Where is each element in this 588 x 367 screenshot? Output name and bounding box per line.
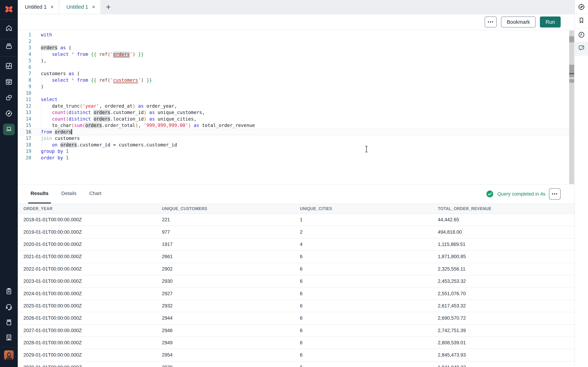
sidebar-item-user[interactable] xyxy=(3,350,15,361)
table-cell: 2949 xyxy=(162,340,300,346)
line-number: 9 xyxy=(18,84,31,89)
check-circle-icon xyxy=(486,190,494,198)
code-text: orders as ( xyxy=(41,45,71,50)
table-row[interactable]: 2027-01-01T00:00:00.000Z294662,742,751.3… xyxy=(18,325,574,337)
code-line-12[interactable]: 12 date_trunc('year', ordered_at) as ord… xyxy=(18,103,574,109)
hex-logo[interactable] xyxy=(4,4,14,14)
ai-chat-icon xyxy=(578,44,585,53)
code-line-3[interactable]: 3orders as ( xyxy=(18,44,574,51)
sidebar-item-docs[interactable] xyxy=(3,317,15,328)
table-row[interactable]: 2023-01-01T00:00:00.000Z293062,453,253.3… xyxy=(18,275,574,288)
headset-icon xyxy=(5,303,13,312)
table-row[interactable]: 2019-01-01T00:00:00.000Z9772494,818.00 xyxy=(18,226,574,238)
bookmark-icon xyxy=(578,17,585,25)
code-line-7[interactable]: 7customers as ( xyxy=(18,70,574,77)
sidebar-item-workspace[interactable] xyxy=(3,124,15,135)
code-line-2[interactable]: 2 xyxy=(18,38,574,45)
sidebar-item-ai-assistant[interactable] xyxy=(575,42,588,55)
query-status-text: Query completed in 4s xyxy=(497,191,545,197)
code-line-15[interactable]: 15 to_char(sum(orders.order_total), '999… xyxy=(18,122,574,129)
results-tab-chart[interactable]: Chart xyxy=(87,184,104,204)
code-line-13[interactable]: 13 count(distinct orders.customer_id) as… xyxy=(18,109,574,116)
code-line-4[interactable]: 4 select * from {{ ref('orders') }} xyxy=(18,51,574,58)
table-row[interactable]: 2018-01-01T00:00:00.000Z221144,442.65 xyxy=(18,214,574,226)
code-line-16[interactable]: 16from orders xyxy=(18,129,574,135)
code-line-19[interactable]: 19group by 1 xyxy=(18,148,574,155)
run-button[interactable]: Run xyxy=(540,17,561,27)
code-line-5[interactable]: 5), xyxy=(18,58,574,64)
bookmark-button[interactable]: Bookmark xyxy=(501,17,536,27)
column-header[interactable]: UNIQUE_CITIES xyxy=(300,206,438,211)
new-tab-button[interactable]: + xyxy=(101,0,116,14)
code-line-9[interactable]: 9) xyxy=(18,83,574,90)
app-window: Untitled 1 × Untitled 1 × + ••• Bookmark… xyxy=(0,0,588,367)
table-row[interactable]: 2026-01-01T00:00:00.000Z294462,690,570.7… xyxy=(18,312,574,325)
table-cell: 2,690,570.72 xyxy=(438,315,574,321)
home-icon xyxy=(5,24,13,33)
table-cell: 1917 xyxy=(162,242,300,247)
column-header[interactable]: UNIQUE_CUSTOMERS xyxy=(162,206,300,211)
table-row[interactable]: 2022-01-01T00:00:00.000Z290262,325,556.1… xyxy=(18,263,574,275)
table-cell: 221 xyxy=(162,217,300,223)
table-cell: 2018-01-01T00:00:00.000Z xyxy=(23,217,162,223)
sidebar-item-clipboard[interactable] xyxy=(3,286,15,298)
table-cell: 494,818.00 xyxy=(438,229,574,235)
sidebar-item-support[interactable] xyxy=(3,301,15,313)
code-text: date_trunc('year', ordered_at) as order_… xyxy=(41,103,177,109)
scrollbar-thumb[interactable] xyxy=(569,36,574,42)
table-row[interactable]: 2028-01-01T00:00:00.000Z294962,808,539.0… xyxy=(18,337,574,349)
column-header[interactable]: TOTAL_ORDER_REVENUE xyxy=(438,206,574,211)
sidebar-item-projects[interactable] xyxy=(3,41,15,52)
code-line-14[interactable]: 14 count(distinct orders.location_id) as… xyxy=(18,116,574,122)
sidebar-item-bookmarks[interactable] xyxy=(575,14,588,27)
results-more-button[interactable]: ••• xyxy=(549,188,561,200)
code-line-6[interactable]: 6 xyxy=(18,64,574,71)
code-line-17[interactable]: 17join customers xyxy=(18,135,574,142)
sidebar-item-home[interactable] xyxy=(3,23,15,34)
column-header[interactable]: ORDER_YEAR xyxy=(23,206,162,211)
code-text: to_char(sum(orders.order_total), '999,99… xyxy=(41,123,255,128)
table-row[interactable]: 2025-01-01T00:00:00.000Z293262,617,453.3… xyxy=(18,300,574,312)
tab-untitled-2[interactable]: Untitled 1 × xyxy=(59,0,101,14)
main-area: Untitled 1 × Untitled 1 × + ••• Bookmark… xyxy=(18,0,574,367)
editor-scrollbar[interactable] xyxy=(569,31,574,184)
code-line-10[interactable]: 10 xyxy=(18,90,574,96)
sidebar-item-explore[interactable] xyxy=(3,108,15,120)
table-row[interactable]: 2020-01-01T00:00:00.000Z191741,115,869.5… xyxy=(18,238,574,251)
sql-editor[interactable]: 1with23orders as (4 select * from {{ ref… xyxy=(18,31,574,184)
table-cell: 1 xyxy=(300,217,438,223)
line-number: 1 xyxy=(18,32,31,37)
code-line-8[interactable]: 8 select * from {{ ref('customers') }} xyxy=(18,77,574,83)
code-line-20[interactable]: 20order by 1 xyxy=(18,155,574,161)
table-cell: 2,742,751.39 xyxy=(438,328,574,333)
sidebar-item-organization[interactable] xyxy=(3,332,15,344)
results-tab-results[interactable]: Results xyxy=(28,184,51,204)
line-number: 15 xyxy=(18,123,31,128)
windows-icon xyxy=(5,94,13,103)
table-row[interactable]: 2030-01-01T00:00:00.000Z287961,841,049.3… xyxy=(18,361,574,367)
code-line-18[interactable]: 18 on orders.customer_id = customers.cus… xyxy=(18,142,574,148)
code-line-1[interactable]: 1with xyxy=(18,32,574,38)
results-tab-details[interactable]: Details xyxy=(59,184,79,204)
tab-close-icon[interactable]: × xyxy=(91,4,96,10)
table-row[interactable]: 2021-01-01T00:00:00.000Z266161,871,800.8… xyxy=(18,251,574,263)
table-row[interactable]: 2024-01-01T00:00:00.000Z292762,551,076.7… xyxy=(18,288,574,300)
tab-untitled-1[interactable]: Untitled 1 × xyxy=(18,0,59,14)
line-number: 18 xyxy=(18,142,31,148)
table-body[interactable]: 2018-01-01T00:00:00.000Z221144,442.65201… xyxy=(18,214,574,367)
more-options-button[interactable]: ••• xyxy=(485,17,497,27)
sidebar-item-templates[interactable] xyxy=(3,92,15,104)
sidebar-item-explore[interactable] xyxy=(575,1,588,14)
table-row[interactable]: 2029-01-01T00:00:00.000Z295462,845,473.9… xyxy=(18,349,574,361)
sidebar-item-apps[interactable] xyxy=(3,60,15,72)
sidebar-item-history[interactable] xyxy=(575,29,588,42)
code-line-11[interactable]: 11select xyxy=(18,96,574,103)
line-number: 20 xyxy=(18,155,31,160)
table-cell: 2,617,453.32 xyxy=(438,303,574,309)
table-cell: 2 xyxy=(300,229,438,235)
line-number: 7 xyxy=(18,71,31,76)
code-text: customers as ( xyxy=(41,71,80,76)
table-cell: 1,841,049.32 xyxy=(438,365,574,367)
tab-close-icon[interactable]: × xyxy=(50,4,54,10)
sidebar-item-notebooks[interactable] xyxy=(3,76,15,88)
